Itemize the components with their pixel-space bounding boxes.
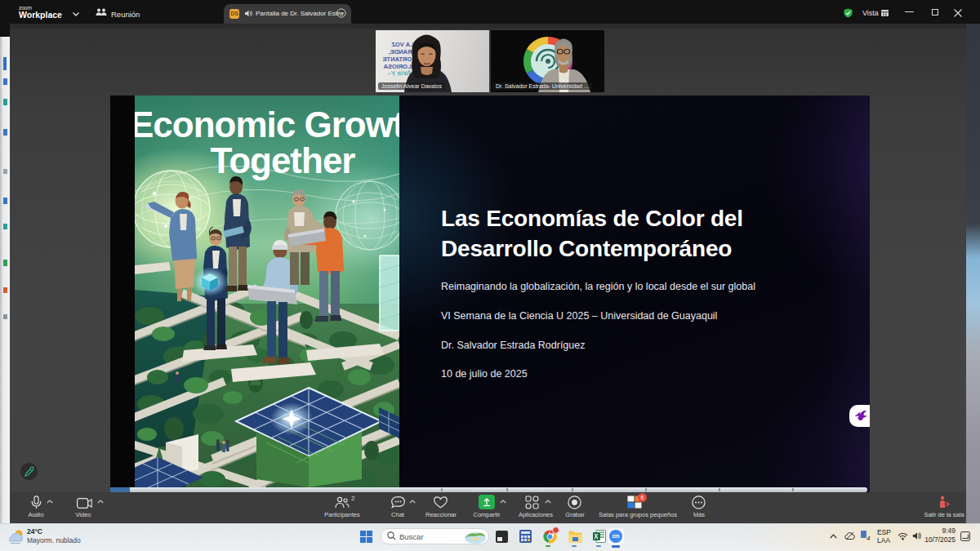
svg-text:Economic Growt: Economic Growt (135, 104, 399, 144)
svg-text:Together: Together (211, 140, 356, 180)
